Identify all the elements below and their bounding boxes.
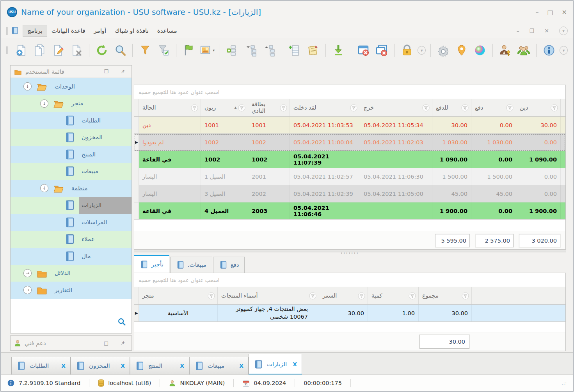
visits-table-row[interactable]: اليسارالعميل 3200205.04.2021 11:02:3905.…: [134, 185, 565, 202]
refresh-icon[interactable]: [94, 42, 110, 59]
visits-table-row[interactable]: في القاعةالعميل 4200305.04.2021 11:06:46…: [134, 202, 565, 220]
menu-commands[interactable]: أوامر: [89, 25, 110, 36]
visits-table-row[interactable]: ▶لم يعودوا1002100205.04.2021 11:00:0405.…: [134, 134, 565, 151]
close-window-icon[interactable]: [356, 42, 371, 59]
close-tab-icon[interactable]: X: [180, 363, 184, 369]
column-header[interactable]: الحالة: [139, 99, 201, 116]
search-icon[interactable]: [112, 42, 128, 59]
column-header[interactable]: دفع: [471, 99, 516, 116]
copy-record-icon[interactable]: [32, 42, 48, 59]
toolbar-more-chevron[interactable]: ▾: [418, 46, 426, 55]
visits-table-row[interactable]: في القاعة1002100205.04.2021 11:07:391 09…: [134, 151, 565, 168]
close-tab-icon[interactable]: X: [293, 361, 297, 367]
close-tab-icon[interactable]: X: [239, 363, 243, 369]
column-header[interactable]: بطاقة النادي: [248, 99, 290, 116]
maximize-button[interactable]: □: [547, 9, 553, 16]
info-icon[interactable]: [541, 42, 557, 59]
filter-apply-icon[interactable]: [156, 42, 171, 59]
detail-table-row[interactable]: ▶الأساسيةبعض المنتجات 4, جهاز كمبيوتر 10…: [134, 305, 565, 322]
collapse-twisty-icon[interactable]: ↓: [40, 184, 48, 192]
tree-item-1[interactable]: ↓متجر: [11, 95, 132, 112]
visits-table-row[interactable]: دين1001100105.04.2021 11:03:5305.04.2021…: [134, 117, 565, 134]
tree-item-9[interactable]: عملاء: [11, 231, 132, 248]
column-header[interactable]: لقد دخلت: [290, 99, 360, 116]
add-rows-icon[interactable]: [225, 42, 240, 59]
tree-item-11[interactable]: →الدلائل: [11, 265, 132, 282]
color-palette-icon[interactable]: [472, 42, 488, 59]
column-header[interactable]: السعر: [319, 287, 368, 304]
image-picker-icon[interactable]: ▾: [199, 42, 215, 59]
tree-item-6[interactable]: ↓منظمة: [11, 180, 132, 197]
filter-funnel-icon[interactable]: [462, 292, 469, 300]
column-header[interactable]: للدفع: [432, 99, 471, 116]
tree-item-4[interactable]: المنتج: [11, 146, 132, 163]
toolbar-overflow-chevron[interactable]: ▾: [560, 46, 568, 55]
menu-program[interactable]: برنامج: [23, 25, 47, 37]
column-header[interactable]: خرج: [360, 99, 432, 116]
filter-funnel-icon[interactable]: [506, 104, 514, 112]
menu-help[interactable]: مساعدة: [153, 25, 181, 36]
tree-item-7[interactable]: الزيارات: [11, 197, 132, 214]
filter-funnel-icon[interactable]: [461, 104, 469, 112]
toolbar-grip[interactable]: [6, 27, 8, 35]
add-table-icon[interactable]: [287, 42, 302, 59]
doc-tab-1[interactable]: المخزونX: [71, 357, 130, 374]
tree-item-8[interactable]: المراسلات: [11, 214, 132, 231]
settings-gear-icon[interactable]: [435, 42, 451, 59]
mdi-minimize-button[interactable]: –: [517, 28, 519, 34]
mdi-close-button[interactable]: ✕: [544, 28, 549, 34]
detail-tab-0[interactable]: تأجير: [134, 255, 169, 273]
sidebar-pin-button[interactable]: 📌︎: [120, 69, 125, 74]
close-tab-icon[interactable]: X: [61, 363, 66, 369]
support-pin-button[interactable]: 📌︎: [120, 340, 125, 346]
menu-overflow-chevron[interactable]: ▾: [559, 27, 568, 35]
close-tab-icon[interactable]: X: [121, 363, 125, 369]
tree-item-12[interactable]: →التقارير: [11, 282, 132, 299]
doc-tab-3[interactable]: مبيعاتX: [189, 357, 249, 374]
collapse-tree-icon[interactable]: [243, 42, 259, 59]
user-permissions-icon[interactable]: [498, 42, 513, 59]
flag-icon[interactable]: [181, 42, 197, 59]
collapse-twisty-icon[interactable]: ↓: [40, 99, 48, 108]
visits-table-row[interactable]: اليسارالعميل 1200105.04.2021 11:02:5705.…: [134, 168, 565, 185]
filter-funnel-icon[interactable]: [551, 104, 558, 112]
sidebar-float-button[interactable]: ❐: [104, 69, 108, 74]
resize-grip[interactable]: .:⁝: [562, 381, 567, 386]
expand-twisty-icon[interactable]: →: [23, 286, 32, 294]
menu-database[interactable]: قاعدة البيانات: [47, 25, 89, 36]
doc-tab-4[interactable]: الزياراتX: [249, 354, 302, 374]
expand-tree-icon[interactable]: [261, 42, 277, 59]
expand-twisty-icon[interactable]: →: [23, 269, 32, 277]
tree-item-0[interactable]: ↓الوحدات: [11, 78, 132, 95]
doc-tab-0[interactable]: الطلباتX: [11, 357, 71, 374]
tree-item-5[interactable]: مبيعات: [11, 163, 132, 180]
close-all-windows-icon[interactable]: [374, 42, 390, 59]
menu-window[interactable]: نافذة او شباك: [110, 25, 153, 36]
filter-funnel-icon[interactable]: [358, 292, 365, 300]
column-header[interactable]: زبون▲: [201, 99, 248, 116]
filter-funnel-icon[interactable]: [191, 104, 198, 112]
map-pin-icon[interactable]: [454, 42, 469, 59]
close-button[interactable]: ✕: [562, 9, 567, 16]
toolbar-grip-2[interactable]: [6, 46, 8, 54]
support-restore-button[interactable]: □: [104, 340, 108, 346]
detail-tab-1[interactable]: .مبيعات: [170, 257, 212, 273]
filter-funnel-icon[interactable]: [208, 292, 215, 300]
column-header[interactable]: كمية: [368, 287, 419, 304]
column-header[interactable]: أسماء المنتجات: [218, 287, 319, 304]
visits-groupby-bar[interactable]: اسحب عنوان عمود هنا للتجميع حسبه: [134, 85, 565, 99]
collapse-twisty-icon[interactable]: ↓: [23, 82, 32, 90]
column-header[interactable]: مجموع: [419, 287, 472, 304]
filter-funnel-icon[interactable]: [409, 292, 416, 300]
notes-icon[interactable]: [305, 42, 321, 59]
lock-icon[interactable]: [399, 42, 415, 59]
minimize-button[interactable]: –: [535, 9, 538, 16]
mdi-restore-button[interactable]: ❐: [530, 28, 535, 34]
filter-icon[interactable]: [137, 42, 153, 59]
filter-funnel-icon[interactable]: [238, 104, 245, 112]
tree-search-icon[interactable]: [117, 318, 126, 328]
users-group-icon[interactable]: [516, 42, 531, 59]
filter-funnel-icon[interactable]: [422, 104, 430, 112]
filter-funnel-icon[interactable]: [350, 104, 357, 112]
import-icon[interactable]: [331, 42, 346, 59]
